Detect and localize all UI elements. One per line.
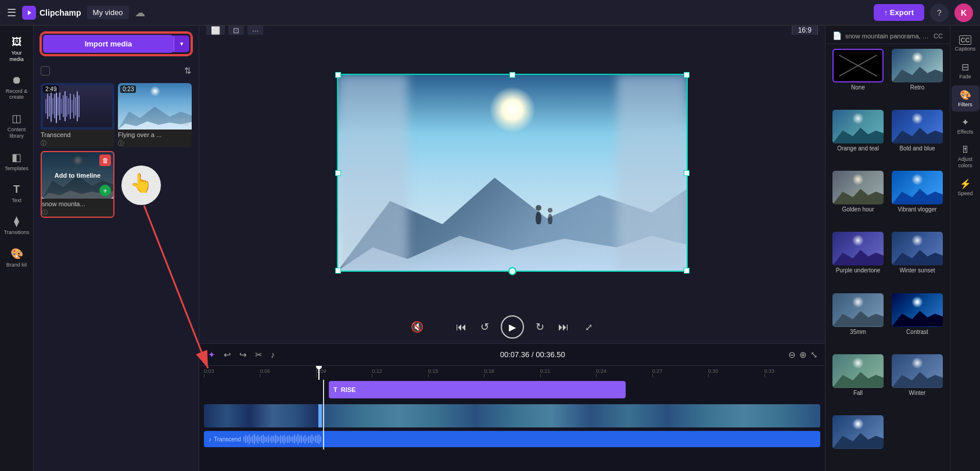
audio-track[interactable]: ♪ Transcend xyxy=(199,431,825,450)
cut-button[interactable]: ✂ xyxy=(253,348,264,362)
add-plus-button[interactable]: + xyxy=(99,185,111,196)
filter-thumb-golden xyxy=(832,171,884,204)
video-segment-1[interactable] xyxy=(204,404,320,427)
right-sidebar-effects[interactable]: ✦ Effects xyxy=(952,113,979,139)
play-pause-button[interactable]: ▶ xyxy=(501,315,524,339)
resize-handle-top-right[interactable] xyxy=(684,72,690,78)
help-button[interactable]: ? xyxy=(930,3,949,22)
timeline-ruler: 0:03 0:06 0:09 0:12 xyxy=(199,366,825,380)
fit-timeline-button[interactable]: ⤡ xyxy=(810,350,818,360)
sidebar-item-label-brand: Brand kit xyxy=(6,262,27,268)
ot-mountain xyxy=(832,125,884,143)
filter-label-none: None xyxy=(851,84,865,91)
filter-golden-hour[interactable]: Golden hour xyxy=(830,171,886,228)
filter-label-orange-teal: Orange and teal xyxy=(837,145,879,152)
canvas-scrubber-dot[interactable] xyxy=(508,267,516,275)
snow-mountain-sublabel: ⓘ xyxy=(42,208,113,217)
export-button[interactable]: ↑ Export xyxy=(874,4,924,21)
delete-media-button[interactable]: 🗑 xyxy=(99,154,111,166)
select-all-checkbox[interactable] xyxy=(41,66,50,75)
media-item-flying[interactable]: 0:23 ⓘ Flying over a ... ⓘ xyxy=(118,83,192,148)
mute-button[interactable]: 🔇 xyxy=(408,318,426,336)
add-audio-button[interactable]: ♪ xyxy=(269,348,277,361)
filter-thumb-winter xyxy=(892,354,943,388)
mute-button-wrapper: 🔇 xyxy=(408,318,426,336)
sidebar-item-your-media[interactable]: 🖼 Your media xyxy=(2,31,32,67)
video-segment-2[interactable] xyxy=(320,404,820,427)
rewind-button[interactable]: ↺ xyxy=(478,318,491,336)
sidebar-item-transitions[interactable]: ⧫ Transitions xyxy=(2,210,32,240)
filter-extra[interactable] xyxy=(830,415,886,466)
filter-none[interactable]: None xyxy=(830,49,886,106)
filter-retro[interactable]: Retro xyxy=(889,49,945,106)
flying-duration: 0:23 xyxy=(120,85,136,93)
bb-sun xyxy=(911,113,923,124)
import-arrow-button[interactable]: ▾ xyxy=(174,35,189,52)
filter-35mm[interactable]: 35mm xyxy=(830,293,886,351)
forward-button[interactable]: ↻ xyxy=(533,318,547,336)
filter-contrast[interactable]: Contrast xyxy=(889,293,945,351)
zoom-in-button[interactable]: ⊕ xyxy=(799,350,807,360)
filter-purple-undertone[interactable]: Purple undertone xyxy=(830,232,886,289)
import-media-button[interactable]: Import media xyxy=(43,35,174,53)
people-silhouettes xyxy=(530,201,565,224)
timeline-playhead[interactable] xyxy=(318,366,320,380)
ruler-mark-024: 0:24 xyxy=(596,368,652,377)
filter-fall[interactable]: Fall xyxy=(830,354,886,412)
left-sidebar: 🖼 Your media ⏺ Record & create ◫ Content… xyxy=(0,26,34,471)
text-track-rise[interactable]: T RISE xyxy=(329,381,626,398)
skip-to-start-button[interactable]: ⏮ xyxy=(454,319,469,336)
resize-handle-bottom-left[interactable] xyxy=(335,268,341,274)
fall-mountain xyxy=(832,369,884,388)
media-item-transcend[interactable]: 2:49 Transcend ⓘ xyxy=(41,83,114,148)
right-sidebar-speed[interactable]: ⚡ Speed xyxy=(952,174,979,201)
sort-button[interactable]: ⇅ xyxy=(184,66,192,76)
media-item-snow-mountain[interactable]: 🗑 Add to timeline + snow mounta... ⓘ xyxy=(41,151,114,218)
captions-label: CC xyxy=(934,33,943,39)
filter-thumb-winter-sunset xyxy=(892,232,943,265)
right-sidebar-adjust-colors[interactable]: 🎚 Adjust colors xyxy=(952,141,979,173)
magic-tool-button[interactable]: ✦ xyxy=(206,348,217,362)
right-sidebar-filters[interactable]: 🎨 Filters xyxy=(952,85,979,112)
filter-label-contrast: Contrast xyxy=(906,329,928,335)
redo-button[interactable]: ↪ xyxy=(238,348,249,362)
video-preview-area xyxy=(199,35,825,311)
filter-winter-sunset[interactable]: Winter sunset xyxy=(889,232,945,289)
user-avatar[interactable]: K xyxy=(954,3,973,22)
hamburger-menu-icon[interactable]: ☰ xyxy=(7,6,16,19)
resize-handle-bottom-right[interactable] xyxy=(684,268,690,274)
undo-button[interactable]: ↩ xyxy=(222,348,233,362)
audio-track-transcend[interactable]: ♪ Transcend xyxy=(204,431,820,447)
video-track[interactable] xyxy=(199,404,825,430)
sidebar-item-text[interactable]: T Text xyxy=(2,179,32,208)
content-library-icon: ◫ xyxy=(12,112,21,125)
filter-winter[interactable]: Winter xyxy=(889,354,945,412)
right-sidebar-captions[interactable]: CC Captions xyxy=(952,31,979,56)
resize-handle-top-left[interactable] xyxy=(335,72,341,78)
filter-orange-teal[interactable]: Orange and teal xyxy=(830,110,886,167)
resize-handle-right-mid[interactable] xyxy=(684,170,690,176)
filter-thumb-35mm xyxy=(832,293,884,327)
filter-thumb-orange-teal xyxy=(832,110,884,143)
filter-bold-blue[interactable]: Bold and blue xyxy=(889,110,945,167)
project-name[interactable]: My video xyxy=(87,6,129,19)
resize-handle-left-mid[interactable] xyxy=(335,170,341,176)
speed-label-text: Speed xyxy=(957,190,972,197)
skip-to-end-button[interactable]: ⏭ xyxy=(556,319,571,336)
sidebar-item-templates[interactable]: ◧ Templates xyxy=(2,146,32,177)
fade-icon: ⊟ xyxy=(961,62,969,73)
sidebar-item-content-library[interactable]: ◫ Content library xyxy=(2,107,32,144)
templates-icon: ◧ xyxy=(12,151,21,164)
fullscreen-button[interactable]: ⤢ xyxy=(585,322,593,333)
cloud-save-icon: ☁ xyxy=(135,6,145,19)
filter-icon: 📄 xyxy=(832,31,842,40)
sidebar-item-brand-kit[interactable]: 🎨 Brand kit xyxy=(2,243,32,273)
filter-vibrant-vlogger[interactable]: Vibrant vlogger xyxy=(889,171,945,228)
resize-handle-top-mid[interactable] xyxy=(509,72,515,78)
sidebar-item-record-create[interactable]: ⏺ Record & create xyxy=(2,70,32,106)
extra-sun xyxy=(852,418,864,430)
timeline-tracks: T RISE ♪ xyxy=(199,380,825,450)
zoom-out-button[interactable]: ⊖ xyxy=(788,350,796,360)
right-sidebar-fade[interactable]: ⊟ Fade xyxy=(952,57,979,84)
flying-info-icon: ⓘ xyxy=(118,139,124,148)
